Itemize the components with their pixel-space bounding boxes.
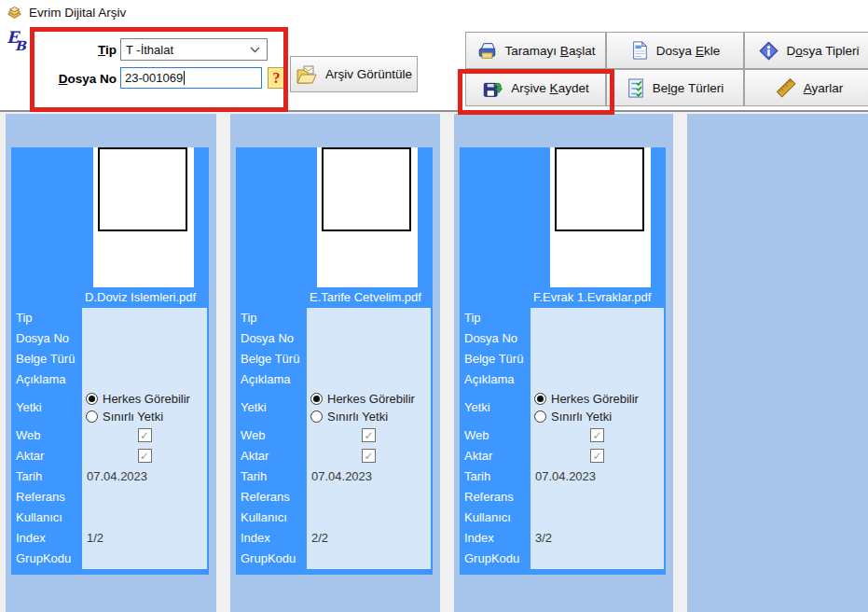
radio-unselected-icon bbox=[534, 410, 546, 423]
radio-sinirli-yetki[interactable]: Sınırlı Yetki bbox=[310, 408, 388, 425]
settings-button[interactable]: Ayarlar bbox=[744, 69, 868, 106]
checklist-icon bbox=[627, 78, 645, 98]
radio-unselected-icon bbox=[310, 410, 323, 423]
value-dosya-no bbox=[307, 328, 431, 349]
value-yetki: Herkes Görebilir Sınırlı Yetki bbox=[307, 390, 431, 425]
label-referans: Referans bbox=[236, 487, 307, 508]
label-yetki: Yetki bbox=[11, 390, 82, 425]
document-thumbnail[interactable] bbox=[93, 147, 194, 287]
label-grup-kodu: GrupKodu bbox=[460, 549, 530, 569]
chevron-down-icon bbox=[250, 47, 260, 53]
value-index: 3/2 bbox=[530, 528, 664, 549]
value-referans bbox=[82, 487, 207, 508]
value-index: 1/2 bbox=[82, 528, 207, 549]
radio-herkes-gorebilir[interactable]: Herkes Görebilir bbox=[86, 390, 190, 408]
document-panel-empty bbox=[687, 114, 868, 612]
document-card-2: E.Tarife Cetvelim.pdf Tip Dosya No Belge… bbox=[236, 147, 433, 575]
web-checkbox[interactable] bbox=[590, 428, 604, 442]
document-thumbnail[interactable] bbox=[550, 147, 651, 287]
label-belge-turu: Belge Türü bbox=[11, 349, 82, 369]
aktar-checkbox[interactable] bbox=[138, 449, 152, 463]
label-dosya-no: Dosya No bbox=[236, 328, 307, 349]
label-tip: Tip bbox=[11, 308, 82, 328]
toolbar-button-grid: Taramayı Başlat Dosya Ekle bbox=[465, 32, 868, 106]
label-aktar: Aktar bbox=[236, 446, 307, 466]
save-floppy-icon bbox=[482, 77, 503, 98]
document-filename: F.Evrak 1.Evraklar.pdf bbox=[533, 291, 662, 304]
value-belge-turu bbox=[530, 349, 664, 369]
value-web bbox=[530, 425, 664, 446]
tip-dropdown[interactable]: T -İthalat bbox=[120, 38, 268, 61]
value-aciklama bbox=[307, 369, 431, 390]
documents-area: D.Doviz Islemleri.pdf Tip Dosya No Belge… bbox=[0, 114, 868, 612]
label-yetki: Yetki bbox=[460, 390, 530, 425]
document-panel-3: F.Evrak 1.Evraklar.pdf Tip Dosya No Belg… bbox=[454, 114, 673, 612]
value-grup-kodu bbox=[530, 549, 664, 569]
web-checkbox[interactable] bbox=[138, 428, 152, 442]
label-belge-turu: Belge Türü bbox=[236, 349, 307, 369]
web-checkbox[interactable] bbox=[362, 428, 376, 442]
radio-sinirli-yetki[interactable]: Sınırlı Yetki bbox=[534, 408, 612, 425]
save-archive-button[interactable]: Arşive Kaydet bbox=[465, 69, 606, 106]
evrim-dijital-arsiv-window: { "window": { "title": "Evrim Dijital Ar… bbox=[0, 0, 868, 612]
value-yetki: Herkes Görebilir Sınırlı Yetki bbox=[530, 390, 664, 425]
value-aktar bbox=[307, 446, 431, 466]
label-tarih: Tarih bbox=[11, 466, 82, 487]
label-index: Index bbox=[460, 528, 530, 549]
document-filename: E.Tarife Cetvelim.pdf bbox=[310, 291, 429, 304]
value-tarih: 07.04.2023 bbox=[82, 466, 207, 487]
value-grup-kodu bbox=[307, 549, 431, 569]
radio-sinirli-yetki[interactable]: Sınırlı Yetki bbox=[86, 408, 163, 425]
start-scan-button[interactable]: Taramayı Başlat bbox=[465, 32, 606, 69]
value-tip bbox=[530, 308, 664, 328]
label-web: Web bbox=[236, 425, 307, 446]
label-kullanici: Kullanıcı bbox=[11, 508, 82, 528]
text-caret bbox=[184, 71, 185, 85]
document-filename: D.Doviz Islemleri.pdf bbox=[85, 291, 205, 304]
document-thumbnail[interactable] bbox=[317, 147, 418, 287]
dosya-no-input[interactable]: 23-001069 bbox=[120, 67, 262, 89]
file-types-button[interactable]: Dosya Tipleri bbox=[744, 32, 868, 69]
value-dosya-no bbox=[82, 328, 207, 349]
app-icon bbox=[7, 5, 22, 21]
radio-herkes-gorebilir[interactable]: Herkes Görebilir bbox=[310, 390, 415, 408]
radio-unselected-icon bbox=[86, 410, 98, 423]
value-kullanici bbox=[530, 508, 664, 528]
window-title: Evrim Dijital Arşiv bbox=[29, 6, 126, 20]
ruler-icon bbox=[776, 77, 796, 98]
view-archive-button[interactable]: Arşiv Görüntüle bbox=[290, 56, 418, 92]
value-referans bbox=[307, 487, 431, 508]
info-diamond-icon bbox=[759, 41, 778, 61]
help-button[interactable]: ? bbox=[268, 67, 285, 89]
document-icon bbox=[630, 40, 649, 61]
scanner-icon bbox=[476, 40, 498, 61]
document-card-1: D.Doviz Islemleri.pdf Tip Dosya No Belge… bbox=[11, 147, 209, 575]
label-kullanici: Kullanıcı bbox=[460, 508, 530, 528]
label-aciklama: Açıklama bbox=[460, 369, 530, 390]
document-card-3: F.Evrak 1.Evraklar.pdf Tip Dosya No Belg… bbox=[460, 147, 666, 575]
value-kullanici bbox=[82, 508, 207, 528]
value-aktar bbox=[530, 446, 664, 466]
value-aktar bbox=[82, 446, 207, 466]
label-aciklama: Açıklama bbox=[11, 369, 82, 390]
label-index: Index bbox=[236, 528, 307, 549]
value-grup-kodu bbox=[82, 549, 207, 569]
radio-herkes-gorebilir[interactable]: Herkes Görebilir bbox=[534, 390, 639, 408]
aktar-checkbox[interactable] bbox=[362, 449, 376, 463]
value-index: 2/2 bbox=[307, 528, 431, 549]
label-web: Web bbox=[460, 425, 530, 446]
label-tip: Tip bbox=[236, 308, 307, 328]
label-belge-turu: Belge Türü bbox=[460, 349, 530, 369]
thumbnail-page-outline bbox=[98, 147, 187, 231]
doc-types-button[interactable]: Belge Türleri bbox=[606, 69, 744, 106]
add-file-button[interactable]: Dosya Ekle bbox=[606, 32, 744, 69]
value-yetki: Herkes Görebilir Sınırlı Yetki bbox=[82, 390, 207, 425]
label-dosya-no: Dosya No bbox=[11, 328, 82, 349]
value-tarih: 07.04.2023 bbox=[307, 466, 431, 487]
aktar-checkbox[interactable] bbox=[590, 449, 604, 463]
label-yetki: Yetki bbox=[236, 390, 307, 425]
value-belge-turu bbox=[307, 349, 431, 369]
title-bar: Evrim Dijital Arşiv bbox=[0, 0, 868, 24]
toolbar: E B Tip T -İthalat Dosya No 23-001069 ? … bbox=[0, 24, 868, 112]
document-fields: Tip Dosya No Belge Türü Açıklama Yetki H… bbox=[236, 308, 431, 569]
